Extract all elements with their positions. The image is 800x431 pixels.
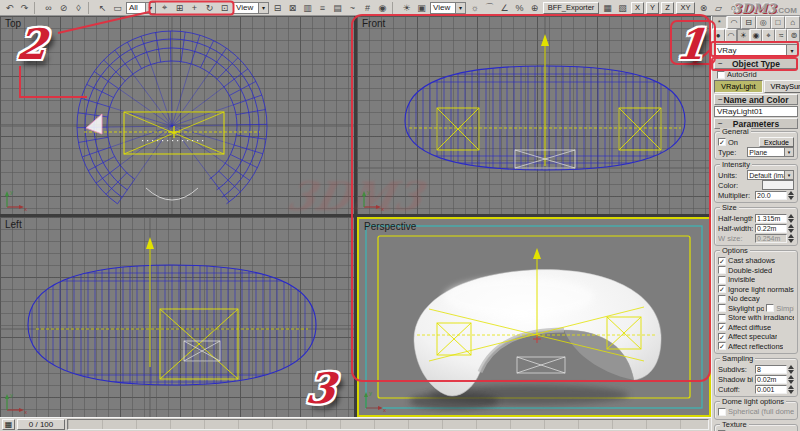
keyboard-override-icon[interactable]: ⊗: [696, 1, 711, 14]
viewport-left-label[interactable]: Left: [5, 219, 22, 230]
ignore-light-normals-checkbox[interactable]: ✓: [718, 285, 726, 293]
tab-display-tab[interactable]: □: [771, 16, 786, 29]
viewport-left[interactable]: Left xy: [0, 217, 354, 417]
time-slider-track[interactable]: [67, 419, 709, 430]
multiplier-spinner[interactable]: 20.0: [755, 191, 794, 200]
w-size-value[interactable]: 0.254m: [755, 234, 787, 243]
unlink-icon[interactable]: ⊘: [56, 1, 71, 14]
redo-icon[interactable]: ↷: [17, 1, 32, 14]
viewport-front-label[interactable]: Front: [362, 18, 385, 29]
affect-reflections-checkbox[interactable]: ✓: [718, 342, 726, 350]
named-selection-icon[interactable]: ▦: [600, 1, 615, 14]
chevron-down-icon[interactable]: ▾: [784, 171, 793, 179]
viewport-top[interactable]: Top xy: [0, 16, 354, 214]
on-checkbox[interactable]: ✓: [718, 138, 726, 146]
bff-exporter-button[interactable]: BFF_Exporter: [543, 2, 599, 14]
light-type-dropdown[interactable]: Plane ▾: [747, 147, 794, 157]
store-with-irradiance-map-checkbox[interactable]: [718, 314, 726, 322]
shadow-bias-value[interactable]: 0.02m: [755, 375, 787, 384]
affect-specular-checkbox[interactable]: ✓: [718, 333, 726, 341]
invisible-checkbox[interactable]: [718, 276, 726, 284]
rotate-icon[interactable]: ↻: [202, 1, 217, 14]
rectangular-selection-icon[interactable]: ▭: [110, 1, 125, 14]
light-category-dropdown[interactable]: VRay ▾: [714, 44, 798, 56]
cast-shadows-checkbox[interactable]: ✓: [718, 257, 726, 265]
spinner-arrows-icon[interactable]: [788, 375, 794, 384]
spinner-arrows-icon[interactable]: [788, 224, 794, 233]
chevron-down-icon[interactable]: ▾: [455, 3, 465, 13]
tab-create-tab[interactable]: *: [712, 16, 727, 29]
tab-hierarchy-tab[interactable]: ⊟: [741, 16, 756, 29]
axis-z-button[interactable]: Z: [661, 2, 674, 14]
half-length-spinner[interactable]: 1.315m: [755, 214, 794, 223]
axis-x-button[interactable]: X: [631, 2, 644, 14]
angle-snap-icon[interactable]: ∠: [497, 1, 512, 14]
simple-checkbox[interactable]: [766, 304, 774, 312]
autogrid-checkbox[interactable]: [717, 71, 725, 79]
tab-utilities-tab[interactable]: ⌂: [785, 16, 800, 29]
spinner-snap-icon[interactable]: ⊕: [527, 1, 542, 14]
display-toggle-icon[interactable]: ○: [726, 1, 741, 14]
material-editor-icon[interactable]: ◉: [375, 1, 390, 14]
vraysun-button[interactable]: VRaySun: [764, 80, 800, 93]
name-color-rollout[interactable]: − Name and Color: [714, 94, 798, 105]
layer-manager-icon[interactable]: ▤: [330, 1, 345, 14]
mirror-icon[interactable]: ▥: [300, 1, 315, 14]
axis-y-button[interactable]: Y: [646, 2, 659, 14]
help-icon[interactable]: ◌: [741, 1, 756, 14]
select-object-icon[interactable]: ↖: [95, 1, 110, 14]
schematic-view-icon[interactable]: #: [360, 1, 375, 14]
tab-modify-tab[interactable]: ◠: [727, 16, 742, 29]
no-decay-checkbox[interactable]: [718, 295, 726, 303]
render-scene-icon[interactable]: ☀: [399, 1, 414, 14]
move-icon[interactable]: +: [187, 1, 202, 14]
shadow-bias-spinner[interactable]: 0.02m: [755, 375, 794, 384]
snap-toggle-icon[interactable]: ⌒: [482, 1, 497, 14]
category-lights-category[interactable]: ☀: [737, 29, 750, 42]
scale-icon[interactable]: ⊡: [217, 1, 232, 14]
spinner-arrows-icon[interactable]: [788, 214, 794, 223]
viewport-front[interactable]: Front xy: [357, 16, 711, 214]
bind-spacewarp-icon[interactable]: ◊: [71, 1, 86, 14]
spinner-arrows-icon[interactable]: [788, 385, 794, 394]
w-size-spinner[interactable]: 0.254m: [755, 234, 794, 243]
spherical-full-dome-checkbox[interactable]: [718, 408, 726, 416]
tab-motion-tab[interactable]: ◎: [756, 16, 771, 29]
cutoff-value[interactable]: 0.001: [755, 385, 787, 394]
units-dropdown[interactable]: Default (image) ▾: [747, 170, 794, 180]
half-width-spinner[interactable]: 0.22m: [755, 224, 794, 233]
spinner-arrows-icon[interactable]: [788, 234, 794, 243]
viewport-perspective-label[interactable]: Perspective: [364, 221, 416, 232]
reference-coordinate-dropdown[interactable]: View▾: [233, 2, 269, 14]
spinner-arrows-icon[interactable]: [788, 191, 794, 200]
chevron-down-icon[interactable]: ▾: [145, 3, 155, 13]
chevron-down-icon[interactable]: ▾: [258, 3, 268, 13]
views-config-icon[interactable]: ▱: [711, 1, 726, 14]
subdivs-value[interactable]: 8: [755, 365, 787, 374]
render-type-icon[interactable]: ▣: [414, 1, 429, 14]
trackbar-mode-icon[interactable]: ▦: [2, 419, 15, 430]
category-shapes-category[interactable]: ◠: [725, 29, 738, 42]
category-geometry-category[interactable]: ●: [712, 29, 725, 42]
select-by-name-icon[interactable]: ⌖: [157, 1, 172, 14]
object-name-field[interactable]: VRayLight01: [714, 106, 798, 117]
axis-xy-button[interactable]: XY: [676, 2, 695, 14]
time-slider-thumb[interactable]: 0 / 100: [17, 419, 65, 430]
render-view-dropdown[interactable]: View▾: [430, 2, 466, 14]
crossing-selection-icon[interactable]: ⊞: [172, 1, 187, 14]
chevron-down-icon[interactable]: ▾: [786, 45, 797, 55]
quick-render-icon[interactable]: ☼: [467, 1, 482, 14]
subdivs-spinner[interactable]: 8: [755, 365, 794, 374]
light-color-swatch[interactable]: [762, 180, 794, 190]
percent-snap-icon[interactable]: %: [512, 1, 527, 14]
half-width-value[interactable]: 0.22m: [755, 224, 787, 233]
category-spacewarps-category[interactable]: ≈: [775, 29, 788, 42]
object-type-rollout[interactable]: − Object Type: [714, 58, 798, 69]
double-sided-checkbox[interactable]: [718, 266, 726, 274]
viewport-top-label[interactable]: Top: [5, 18, 21, 29]
exclude-button[interactable]: Exclude: [759, 137, 794, 147]
use-pivot-center-icon[interactable]: ⊟: [270, 1, 285, 14]
vraylight-button[interactable]: VRayLight: [714, 80, 763, 93]
chevron-down-icon[interactable]: ▾: [784, 148, 793, 156]
affect-diffuse-checkbox[interactable]: ✓: [718, 323, 726, 331]
